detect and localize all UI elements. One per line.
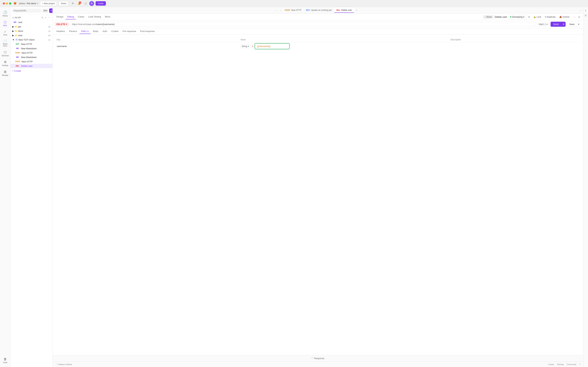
- left-panel: All ▾ + ⬡ All API ↻ + ⋯ MD test ▶ 📁 pet: [10, 7, 52, 367]
- sub-tab-mock[interactable]: Mock: [103, 14, 112, 19]
- maximize-button[interactable]: [9, 2, 11, 5]
- protocol-selector[interactable]: http/1.1 ▾: [537, 22, 549, 26]
- more-icon[interactable]: ⋯: [47, 16, 51, 19]
- tab-new-http-post[interactable]: POST New HTTP: [283, 8, 304, 13]
- send-button-group: Send ▾: [551, 22, 566, 27]
- sidebar-item-share-docs[interactable]: 📄 Share Docs: [1, 38, 10, 48]
- info-icon[interactable]: ℹ: [585, 8, 587, 13]
- tests-icon: ✓: [4, 30, 6, 33]
- response-toggle[interactable]: ⌃ Response: [311, 357, 324, 360]
- tree-item-post-2[interactable]: POST New HTTP: [10, 59, 52, 64]
- add-folder-icon[interactable]: +: [45, 16, 47, 19]
- notification-icon[interactable]: 🔔 8: [77, 1, 82, 6]
- sub-tab-design[interactable]: Design: [55, 14, 65, 19]
- close-button[interactable]: [3, 2, 5, 5]
- create-button[interactable]: + Create: [10, 68, 52, 74]
- send-button[interactable]: Send: [551, 22, 562, 27]
- tree-item-delete-user[interactable]: DEL Delete user: [10, 64, 52, 68]
- tree-item-user[interactable]: ▶ 📁 user (8): [10, 33, 52, 38]
- minimize-button[interactable]: [6, 2, 8, 5]
- duplicate-button[interactable]: ⎘ Duplicate: [544, 15, 557, 19]
- send-dropdown-button[interactable]: ▾: [562, 22, 566, 27]
- tree-item-post-1[interactable]: POST New HTTP: [10, 51, 52, 55]
- required-star: ✕: [252, 45, 254, 48]
- tree-item-store[interactable]: ▶ 📁 store (4): [10, 29, 52, 33]
- sidebar-item-trash[interactable]: 🗑 Trash: [1, 356, 10, 365]
- lock-button[interactable]: 🔒 Lock: [532, 15, 543, 19]
- type-selector[interactable]: String ▾: [241, 44, 250, 48]
- method-selector[interactable]: DELETE ▾: [55, 22, 69, 26]
- cookie-button[interactable]: Cookie: [548, 363, 554, 366]
- invite-button[interactable]: Invite: [95, 1, 106, 6]
- req-tab-post-response[interactable]: Post-response: [138, 29, 157, 34]
- collapse-sidebar-button[interactable]: ⌃ Collapse Sidebar: [55, 363, 72, 366]
- share-sub-button[interactable]: ↑ Share: [483, 15, 493, 19]
- req-tab-body[interactable]: Body: [91, 29, 100, 34]
- avatar[interactable]: S: [89, 1, 94, 6]
- tree-header-title: ⬡ All API: [12, 17, 21, 19]
- archive-button[interactable]: 📥 Archive: [558, 15, 571, 19]
- layout-icon[interactable]: ⊟: [584, 13, 588, 17]
- req-tab-headers[interactable]: Headers: [55, 29, 67, 34]
- close-panel-icon[interactable]: ⊟: [578, 15, 581, 19]
- sync-icon[interactable]: ↻: [41, 16, 44, 19]
- tree-item-test[interactable]: MD test: [10, 20, 52, 25]
- req-tab-params[interactable]: Params: [67, 29, 79, 34]
- tree-item-md-1[interactable]: MD New Markdown: [10, 46, 52, 51]
- share-button[interactable]: Share: [59, 1, 68, 6]
- method-badge-md: MD: [15, 47, 20, 50]
- settings-icon: ⚙: [4, 60, 7, 64]
- main-content: ‹ › POST New HTTP PUT Update an existing…: [52, 7, 583, 367]
- param-value-input[interactable]: {{username}}: [255, 43, 290, 49]
- sidebar-item-tests[interactable]: ✓ Tests: [1, 29, 10, 37]
- sub-tab-debug[interactable]: Debug: [65, 14, 76, 19]
- settings-icon[interactable]: ⚙: [527, 15, 531, 19]
- save-button[interactable]: Save: [567, 22, 577, 27]
- next-tab-button[interactable]: ›: [279, 8, 282, 12]
- sidebar-item-manage[interactable]: ⊞ Manage: [1, 68, 10, 78]
- refresh-icon[interactable]: ↻: [70, 1, 75, 6]
- tree-item-pet[interactable]: ▶ 📁 pet (8): [10, 25, 52, 29]
- req-tab-path[interactable]: Path (1): [79, 29, 91, 34]
- req-tab-auth[interactable]: Auth: [101, 29, 109, 34]
- tab-method-put: PUT: [306, 9, 310, 11]
- tree-actions: ↻ + ⋯: [41, 16, 51, 19]
- prev-tab-button[interactable]: ‹: [274, 8, 278, 12]
- save-dropdown-button[interactable]: ▾: [577, 22, 581, 27]
- sidebar-item-settings[interactable]: ⚙ Settings: [1, 59, 10, 68]
- trash-icon: 🗑: [4, 357, 7, 361]
- sidebar-item-history[interactable]: 🕐 History: [1, 9, 10, 18]
- help-icon[interactable]: ?: [579, 363, 580, 366]
- search-filter[interactable]: All ▾: [42, 9, 48, 13]
- tree-item-md-2[interactable]: MD New Markdown: [10, 55, 52, 59]
- save-button-group: Save ▾: [567, 22, 581, 27]
- main-layout: 🕐 History ⬡ APIs ✓ Tests 📄 Share Docs ⬡ …: [0, 7, 588, 367]
- tree-item-tcp-client[interactable]: ▼ T New TCP Client (1): [10, 38, 52, 42]
- sidebar-item-apis[interactable]: ⬡ APIs: [1, 19, 10, 28]
- env-selector[interactable]: Developing ▾: [509, 15, 526, 19]
- sub-tab-cases[interactable]: Cases: [76, 14, 86, 19]
- add-tab-button[interactable]: +: [354, 8, 359, 12]
- settings-button[interactable]: Settings: [557, 363, 564, 366]
- nav-arrows: ‹ ›: [274, 8, 282, 12]
- sidebar-item-schemas[interactable]: ⬡ Schemas: [1, 49, 10, 58]
- tab-delete-user[interactable]: DEL Delete user: [334, 8, 354, 13]
- more-options-icon[interactable]: ⋯: [572, 15, 576, 19]
- tab-update-put[interactable]: PUT Update an existing pet: [304, 8, 334, 13]
- apis-icon: ⬡: [4, 20, 7, 24]
- monitor-icon[interactable]: ⬜: [83, 1, 88, 6]
- req-tab-cookie[interactable]: Cookie: [110, 29, 120, 34]
- sub-nav: Design Debug Cases Load Testing Mock ↑ S…: [52, 14, 583, 20]
- titlebar-right: ↻ 🔔 8 ⬜ S Invite: [70, 1, 106, 6]
- params-area: Key Value Description username St: [52, 35, 583, 355]
- tab-menu-button[interactable]: ⋯: [579, 9, 582, 12]
- col-header-key: Key: [55, 37, 239, 42]
- new-project-button[interactable]: + New project: [40, 1, 57, 6]
- tree-item-get-http[interactable]: GET New HTTP: [10, 42, 52, 46]
- param-description: [449, 42, 580, 50]
- req-tab-pre-request[interactable]: Pre-request: [121, 29, 138, 34]
- community-button[interactable]: Community: [567, 363, 576, 366]
- search-input[interactable]: [12, 8, 41, 13]
- sub-tab-load-testing[interactable]: Load Testing: [86, 14, 103, 19]
- tree-header: ⬡ All API ↻ + ⋯: [10, 15, 52, 20]
